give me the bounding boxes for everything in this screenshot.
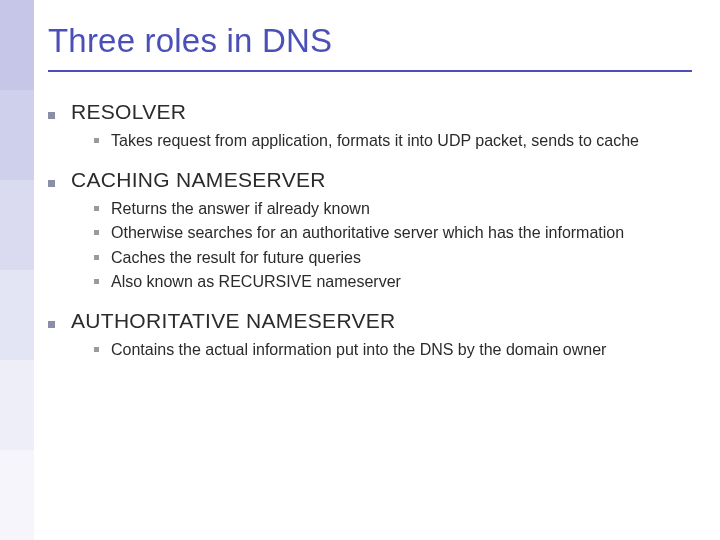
section-caching-nameserver: CACHING NAMESERVER Returns the answer if… <box>48 168 692 293</box>
list-item-text: Returns the answer if already known <box>111 198 370 220</box>
list-item: Takes request from application, formats … <box>94 130 692 152</box>
section-resolver: RESOLVER Takes request from application,… <box>48 100 692 152</box>
list-item: Contains the actual information put into… <box>94 339 692 361</box>
decorative-gradient-sidebar <box>0 0 34 540</box>
bullet-small-square-icon <box>94 206 99 211</box>
section-heading: AUTHORITATIVE NAMESERVER <box>71 309 396 333</box>
section-authoritative-nameserver: AUTHORITATIVE NAMESERVER Contains the ac… <box>48 309 692 361</box>
list-item: Otherwise searches for an authoritative … <box>94 222 692 244</box>
list-item-text: Caches the result for future queries <box>111 247 361 269</box>
list-item: Also known as RECURSIVE nameserver <box>94 271 692 293</box>
bullet-small-square-icon <box>94 347 99 352</box>
list-item-text: Contains the actual information put into… <box>111 339 606 361</box>
section-heading: RESOLVER <box>71 100 186 124</box>
bullet-square-icon <box>48 112 55 119</box>
bullet-square-icon <box>48 180 55 187</box>
bullet-small-square-icon <box>94 255 99 260</box>
list-item: Caches the result for future queries <box>94 247 692 269</box>
list-item-text: Takes request from application, formats … <box>111 130 639 152</box>
bullet-small-square-icon <box>94 138 99 143</box>
list-item: Returns the answer if already known <box>94 198 692 220</box>
slide-title: Three roles in DNS <box>48 22 692 60</box>
slide-content: Three roles in DNS RESOLVER Takes reques… <box>34 0 720 540</box>
section-heading: CACHING NAMESERVER <box>71 168 326 192</box>
bullet-small-square-icon <box>94 279 99 284</box>
bullet-square-icon <box>48 321 55 328</box>
title-underline <box>48 70 692 72</box>
list-item-text: Otherwise searches for an authoritative … <box>111 222 624 244</box>
bullet-small-square-icon <box>94 230 99 235</box>
list-item-text: Also known as RECURSIVE nameserver <box>111 271 401 293</box>
